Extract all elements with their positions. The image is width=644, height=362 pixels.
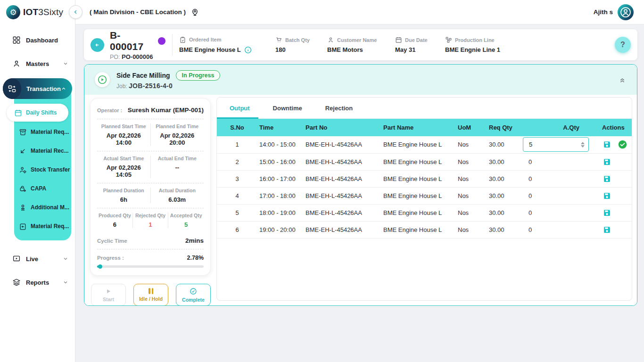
table-row: 518:00 - 19:00BME-EH-L-45426AABME Engine… <box>217 204 632 221</box>
sidebar-item-material-receipt[interactable]: Material Rec... <box>14 141 71 160</box>
back-button[interactable] <box>91 38 104 52</box>
cyclic-time-value: 2mins <box>185 237 204 244</box>
save-row-button[interactable] <box>603 192 611 200</box>
clipboard-arrow-icon <box>19 222 27 230</box>
sidebar-collapse-button[interactable] <box>69 5 83 19</box>
col-header-part-name: Part Name <box>381 119 456 136</box>
actual-end-label: Actual End Time <box>153 156 202 161</box>
confirm-row-button[interactable] <box>618 140 627 149</box>
col-header-req-qty: Req Qty <box>487 119 521 136</box>
brand-bold: IOT <box>23 7 38 17</box>
cell-part-name: BME Engine House L <box>381 187 456 204</box>
cell-req-qty: 30.00 <box>487 187 521 204</box>
sidebar-item-additional-manpower[interactable]: Additional M... <box>14 198 71 217</box>
customer-label: Customer Name <box>337 37 377 43</box>
cell-uom: Nos <box>456 187 487 204</box>
cell-uom: Nos <box>456 136 487 153</box>
po-label: PO: <box>110 54 120 60</box>
a-qty-input[interactable] <box>523 137 589 152</box>
tab-downtime[interactable]: Downtime <box>273 105 302 112</box>
cell-actions <box>592 187 632 204</box>
sidebar-item-reports[interactable]: Reports <box>0 271 75 294</box>
batch-qty-label: Batch Qty <box>285 37 310 43</box>
tab-output[interactable]: Output <box>230 105 250 112</box>
workflow-icon <box>445 36 452 43</box>
cell-a-qty: 0 <box>521 170 592 187</box>
sidebar-item-label: Live <box>26 255 38 263</box>
complete-button[interactable]: Complete <box>176 284 211 306</box>
cart-icon <box>275 36 282 43</box>
sidebar-item-masters[interactable]: Masters <box>0 52 75 75</box>
cell-actions <box>592 170 632 187</box>
actual-duration-value: 6.03m <box>153 196 202 203</box>
progress-label: Progress : <box>97 255 124 261</box>
idle-hold-button[interactable]: Idle / Hold <box>133 284 168 306</box>
batch-status-dot <box>158 37 165 45</box>
job-running-icon <box>95 72 110 87</box>
production-line-label: Production Line <box>455 37 495 43</box>
table-header-row: S.No Time Part No Part Name UoM Req Qty … <box>217 119 632 136</box>
user-name: Ajith s <box>594 8 613 16</box>
sidebar-item-material-requisition[interactable]: Material Req... <box>14 217 71 236</box>
cell-part-no: BME-EH-L-45426AA <box>304 136 381 153</box>
col-header-uom: UoM <box>456 119 487 136</box>
check-circle-icon <box>190 288 197 295</box>
cell-a-qty: 0 <box>521 221 592 238</box>
sidebar-item-capa[interactable]: CAPA <box>14 179 71 198</box>
sidebar-item-dashboard[interactable]: Dashboard <box>0 28 75 52</box>
complete-button-label: Complete <box>182 297 205 303</box>
start-button-label: Start <box>103 296 114 302</box>
tab-rejection[interactable]: Rejection <box>325 105 353 112</box>
transaction-submenu: Daily Shifts Material Req... Material Re… <box>14 89 71 240</box>
save-row-button[interactable] <box>603 158 611 166</box>
active-tab-underline <box>217 117 258 119</box>
rejected-qty-label: Rejected Qty <box>133 213 168 218</box>
cell-req-qty: 30.00 <box>487 136 521 153</box>
play-icon <box>105 288 112 295</box>
person-icon <box>327 36 334 43</box>
qty-stepper-icon[interactable] <box>581 142 585 148</box>
user-avatar[interactable] <box>618 4 634 20</box>
save-row-button[interactable] <box>603 209 611 217</box>
sidebar-item-material-request[interactable]: Material Req... <box>14 123 71 141</box>
save-row-button[interactable] <box>603 226 611 234</box>
cell-part-no: BME-EH-L-45426AA <box>304 170 381 187</box>
save-row-button[interactable] <box>603 175 611 183</box>
sidebar-item-label: Stock Transfer <box>31 166 70 173</box>
division-location: ( Main Division - CBE Location ) <box>90 8 186 16</box>
clipboard-check-icon <box>179 36 186 43</box>
accepted-qty-value: 5 <box>168 221 204 228</box>
progress-handle[interactable] <box>98 264 102 269</box>
cell-part-no: BME-EH-L-45426AA <box>304 204 381 221</box>
table-row: 619:00 - 20:00BME-EH-L-45426AABME Engine… <box>217 221 632 238</box>
col-header-part-no: Part No <box>304 119 381 136</box>
col-header-actions: Actions <box>592 119 632 136</box>
due-date-value: May 31 <box>395 46 415 53</box>
output-table-body: 114:00 - 15:00BME-EH-L-45426AABME Engine… <box>217 136 632 238</box>
job-title: Side Face Milling <box>116 72 170 79</box>
shift-output-pane: Output Downtime Rejection <box>216 97 632 301</box>
location-pin-icon[interactable] <box>190 8 199 16</box>
rejected-qty-value: 1 <box>133 221 168 228</box>
cell-a-qty: 0 <box>521 153 592 170</box>
cell-time: 16:00 - 17:00 <box>257 170 304 187</box>
table-row: 114:00 - 15:00BME-EH-L-45426AABME Engine… <box>217 136 632 153</box>
sidebar-item-stock-transfer[interactable]: Stock Transfer <box>14 160 71 179</box>
cell-time: 15:00 - 16:00 <box>257 153 304 170</box>
info-icon[interactable] <box>244 46 252 54</box>
sidebar-item-daily-shifts[interactable]: Daily Shifts <box>7 104 68 122</box>
top-bar: ( Main Division - CBE Location ) Ajith s <box>75 0 644 25</box>
person-stamp-icon <box>19 204 27 212</box>
cell-req-qty: 30.00 <box>487 170 521 187</box>
sidebar-item-transaction[interactable]: Transaction <box>3 78 72 99</box>
start-button[interactable]: Start <box>91 284 126 306</box>
cell-a-qty <box>521 136 592 153</box>
sidebar-item-live[interactable]: Live <box>0 247 75 271</box>
calendar-icon <box>14 109 22 117</box>
planned-start-value: Apr 02,2026 14:00 <box>99 132 149 146</box>
save-row-button[interactable] <box>603 140 611 148</box>
help-button[interactable]: ? <box>615 37 631 53</box>
cell-actions <box>592 136 632 153</box>
table-row: 316:00 - 17:00BME-EH-L-45426AABME Engine… <box>217 170 632 187</box>
collapse-panel-icon[interactable] <box>618 75 627 84</box>
